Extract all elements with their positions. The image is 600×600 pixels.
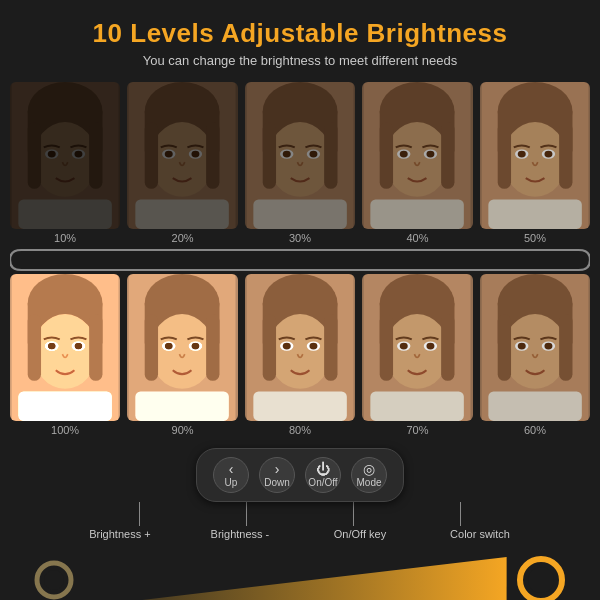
- photo-section: 10%: [10, 82, 590, 438]
- svg-point-41: [400, 151, 408, 158]
- photo-label: 60%: [524, 424, 546, 436]
- svg-point-114: [528, 567, 554, 593]
- photo-inner: [10, 274, 120, 421]
- photo-label: 80%: [289, 424, 311, 436]
- conn-line-4: [460, 502, 461, 526]
- svg-point-96: [400, 343, 408, 350]
- photo-frame: [480, 82, 590, 229]
- svg-point-107: [518, 343, 526, 350]
- photo-label: 40%: [406, 232, 428, 244]
- ring-light-left: [33, 559, 75, 600]
- gradient-container: 1 10: [83, 557, 507, 600]
- svg-point-80: [268, 314, 332, 389]
- ring-light-right: [515, 554, 567, 600]
- remote-btn-1[interactable]: › Down: [259, 457, 295, 493]
- main-container: 10 Levels Adjustable Brightness You can …: [0, 0, 600, 600]
- remote-btn-label: Up: [225, 477, 238, 489]
- ctrl-label-0: Brightness +: [80, 528, 160, 540]
- svg-rect-26: [263, 122, 276, 189]
- svg-rect-109: [488, 391, 581, 420]
- svg-rect-93: [441, 314, 454, 381]
- remote-btn-icon: ‹: [229, 461, 234, 477]
- svg-point-97: [427, 343, 435, 350]
- svg-rect-32: [253, 200, 346, 229]
- svg-point-3: [33, 122, 97, 197]
- photo-inner: [245, 82, 355, 229]
- svg-rect-38: [441, 122, 454, 189]
- svg-rect-82: [324, 314, 337, 381]
- ctrl-label-2: On/Off key: [320, 528, 400, 540]
- svg-point-25: [268, 122, 332, 197]
- svg-point-47: [503, 122, 567, 197]
- remote-btn-icon: ›: [275, 461, 280, 477]
- photo-inner: [10, 82, 120, 229]
- svg-point-64: [74, 343, 82, 350]
- svg-point-102: [503, 314, 567, 389]
- svg-rect-71: [207, 314, 220, 381]
- bottom-section: 1 10: [33, 554, 567, 600]
- photo-inner: [480, 82, 590, 229]
- svg-rect-59: [28, 314, 41, 381]
- svg-rect-15: [145, 122, 158, 189]
- svg-point-19: [165, 151, 173, 158]
- photo-frame: [362, 82, 472, 229]
- photo-item-row1-1: 20%: [127, 82, 237, 244]
- svg-rect-5: [89, 122, 102, 189]
- photo-item-row1-0: 10%: [10, 82, 120, 244]
- labels-row: Brightness +Brightness -On/Off keyColor …: [60, 528, 540, 540]
- row-connector: [10, 246, 590, 274]
- svg-rect-60: [89, 314, 102, 381]
- remote-btn-0[interactable]: ‹ Up: [213, 457, 249, 493]
- photo-item-row1-2: 30%: [245, 82, 355, 244]
- photo-frame: [245, 82, 355, 229]
- remote-btn-icon: ⏻: [316, 461, 330, 477]
- ctrl-label-3: Color switch: [440, 528, 520, 540]
- svg-rect-92: [380, 314, 393, 381]
- svg-rect-10: [18, 200, 111, 229]
- photo-inner: [480, 274, 590, 421]
- photo-label: 70%: [406, 424, 428, 436]
- photo-frame: [10, 82, 120, 229]
- svg-rect-104: [559, 314, 572, 381]
- remote-btn-icon: ◎: [363, 461, 375, 477]
- svg-point-9: [74, 151, 82, 158]
- photo-frame: [10, 274, 120, 421]
- remote-btn-3[interactable]: ◎ Mode: [351, 457, 387, 493]
- remote-device: ‹ Up › Down ⏻ On/Off ◎ Mode: [196, 448, 404, 502]
- conn-line-1: [139, 502, 140, 526]
- photo-item-row2-0: 100%: [10, 274, 120, 436]
- photo-inner: [127, 82, 237, 229]
- conn-line-2: [246, 502, 247, 526]
- connector-lines: [87, 502, 514, 526]
- photo-label: 100%: [51, 424, 79, 436]
- ctrl-label-1: Brightness -: [200, 528, 280, 540]
- svg-rect-76: [136, 391, 229, 420]
- remote-btn-2[interactable]: ⏻ On/Off: [305, 457, 341, 493]
- photos-row-1: 10%: [10, 82, 590, 244]
- svg-point-14: [150, 122, 214, 197]
- svg-rect-16: [207, 122, 220, 189]
- photo-frame: [480, 274, 590, 421]
- svg-point-53: [544, 151, 552, 158]
- photo-frame: [245, 274, 355, 421]
- svg-rect-70: [145, 314, 158, 381]
- svg-rect-27: [324, 122, 337, 189]
- svg-rect-103: [498, 314, 511, 381]
- svg-point-75: [192, 343, 200, 350]
- page-subtitle: You can change the brightness to meet di…: [143, 53, 457, 68]
- svg-point-85: [283, 343, 291, 350]
- photo-label: 90%: [172, 424, 194, 436]
- svg-point-63: [48, 343, 56, 350]
- svg-point-111: [44, 570, 64, 590]
- svg-rect-48: [498, 122, 511, 189]
- photos-row-2: 100%: [10, 274, 590, 436]
- photo-inner: [362, 82, 472, 229]
- photo-item-row1-3: 40%: [362, 82, 472, 244]
- photo-item-row2-2: 80%: [245, 274, 355, 436]
- remote-btn-label: Mode: [356, 477, 381, 489]
- photo-frame: [127, 82, 237, 229]
- svg-point-20: [192, 151, 200, 158]
- photo-inner: [362, 274, 472, 421]
- svg-point-8: [48, 151, 56, 158]
- svg-rect-4: [28, 122, 41, 189]
